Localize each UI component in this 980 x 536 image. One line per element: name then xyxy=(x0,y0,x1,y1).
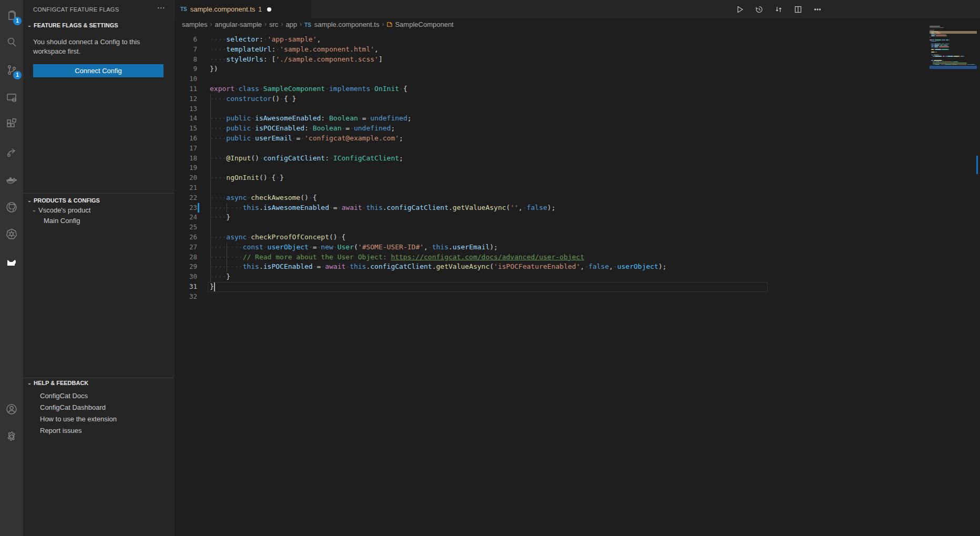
minimap[interactable] xyxy=(930,26,977,72)
split-editor-icon[interactable] xyxy=(791,2,805,17)
code-line-14[interactable]: 14····public·isAwesomeEnabled:·Boolean·=… xyxy=(174,114,980,124)
code-line-6[interactable]: 6····selector:·'app-sample', xyxy=(174,35,980,45)
section-help-feedback[interactable]: ⌄ HELP & FEEDBACK xyxy=(23,377,173,389)
code-line-25[interactable]: 25 xyxy=(174,223,980,232)
breadcrumb-segment[interactable]: src xyxy=(269,21,278,28)
code-line-9[interactable]: 9}) xyxy=(174,64,980,74)
line-number[interactable]: 11 xyxy=(174,84,197,94)
code-line-31[interactable]: 31} xyxy=(174,282,980,292)
code-line-content: ····async·checkAwesome()·{ xyxy=(210,193,317,203)
code-line-17[interactable]: 17 xyxy=(174,144,980,154)
settings-gear-icon[interactable] xyxy=(0,425,23,448)
sidebar-more-actions[interactable]: ⋯ xyxy=(155,3,168,15)
tree-item-main-config[interactable]: Main Config xyxy=(23,215,173,226)
help-item-configcat-dashboard[interactable]: ConfigCat Dashboard xyxy=(23,402,173,413)
line-number[interactable]: 8 xyxy=(174,55,197,65)
more-actions-icon[interactable] xyxy=(810,2,825,17)
line-number[interactable]: 7 xyxy=(174,45,197,55)
tree-item-vscode-s-product[interactable]: ⌄Vscode's product xyxy=(23,205,173,216)
code-line-8[interactable]: 8····styleUrls:·['./sample.component.scs… xyxy=(174,55,980,65)
code-line-content: ····ngOnInit()·{·} xyxy=(210,173,284,183)
code-line-13[interactable]: 13 xyxy=(174,104,980,114)
line-number[interactable]: 14 xyxy=(174,114,197,124)
code-line-16[interactable]: 16····public·userEmail·=·'configcat@exam… xyxy=(174,134,980,144)
line-number[interactable]: 17 xyxy=(174,144,197,154)
breadcrumb-segment[interactable]: angular-sample xyxy=(215,21,262,28)
line-number[interactable]: 20 xyxy=(174,173,197,183)
typescript-file-icon: TS xyxy=(180,6,187,12)
help-item-how-to-use-the-extension[interactable]: How to use the extension xyxy=(23,413,173,424)
github-icon[interactable] xyxy=(0,196,23,219)
line-number[interactable]: 15 xyxy=(174,124,197,134)
line-number[interactable]: 6 xyxy=(174,35,197,45)
code-line-18[interactable]: 18····@Input()·configCatClient:·IConfigC… xyxy=(174,154,980,164)
extensions-icon[interactable] xyxy=(0,113,23,136)
code-line-20[interactable]: 20····ngOnInit()·{·} xyxy=(174,173,980,183)
line-number[interactable]: 12 xyxy=(174,94,197,104)
breadcrumb-segment[interactable]: samples xyxy=(182,21,207,28)
section-feature-flags[interactable]: ⌄ FEATURE FLAGS & SETTINGS xyxy=(23,19,173,31)
connect-config-button[interactable]: Connect Config xyxy=(33,64,164,77)
code-line-10[interactable]: 10 xyxy=(174,74,980,84)
source-control-icon[interactable]: 1 xyxy=(0,58,23,82)
code-line-21[interactable]: 21 xyxy=(174,183,980,193)
line-number[interactable]: 10 xyxy=(174,74,197,84)
code-line-29[interactable]: 29········this.isPOCEnabled·=·await·this… xyxy=(174,262,980,272)
code-line-30[interactable]: 30····} xyxy=(174,272,980,282)
overview-ruler-modified-mark[interactable] xyxy=(976,156,978,174)
code-line-11[interactable]: 11export·class·SampleComponent·implement… xyxy=(174,84,980,94)
share-icon[interactable] xyxy=(0,141,23,164)
breadcrumb-segment[interactable]: app xyxy=(285,21,297,28)
kubernetes-icon[interactable] xyxy=(0,223,23,246)
configcat-icon[interactable] xyxy=(0,250,23,274)
breadcrumb-segment[interactable]: TSsample.component.ts xyxy=(304,21,379,28)
code-line-27[interactable]: 27········const·userObject·=·new·User('#… xyxy=(174,242,980,252)
line-number[interactable]: 25 xyxy=(174,223,197,232)
code-line-32[interactable]: 32 xyxy=(174,292,980,302)
minimap-line xyxy=(941,62,942,63)
code-line-26[interactable]: 26····async·checkProofOfConcept()·{ xyxy=(174,232,980,242)
help-item-configcat-docs[interactable]: ConfigCat Docs xyxy=(23,390,173,401)
compare-changes-icon[interactable] xyxy=(771,2,786,17)
minimap-line xyxy=(954,62,957,63)
help-item-report-issues[interactable]: Report issues xyxy=(23,425,173,436)
line-number[interactable]: 28 xyxy=(174,252,197,262)
line-number[interactable]: 31 xyxy=(174,282,197,292)
explorer-icon[interactable]: 1 xyxy=(0,4,23,27)
code-line-content: ····templateUrl:·'sample.component.html'… xyxy=(210,45,379,55)
line-number[interactable]: 23 xyxy=(174,203,197,213)
line-number[interactable]: 13 xyxy=(174,104,197,114)
dirty-indicator-dot[interactable] xyxy=(267,7,271,12)
line-number[interactable]: 21 xyxy=(174,183,197,193)
code-line-7[interactable]: 7····templateUrl:·'sample.component.html… xyxy=(174,45,980,55)
timeline-icon[interactable] xyxy=(752,2,767,17)
line-number[interactable]: 26 xyxy=(174,232,197,242)
code-line-12[interactable]: 12····constructor()·{·} xyxy=(174,94,980,104)
line-number[interactable]: 27 xyxy=(174,242,197,252)
code-line-28[interactable]: 28········// Read more about the User Ob… xyxy=(174,252,980,262)
minimap-line xyxy=(939,46,948,47)
minimap-line xyxy=(935,35,935,36)
code-line-19[interactable]: 19 xyxy=(174,163,980,173)
search-icon[interactable] xyxy=(0,31,23,54)
line-number[interactable]: 30 xyxy=(174,272,197,282)
line-number[interactable]: 19 xyxy=(174,163,197,173)
line-number[interactable]: 9 xyxy=(174,64,197,74)
line-number[interactable]: 22 xyxy=(174,193,197,203)
accounts-icon[interactable] xyxy=(0,398,23,421)
code-line-24[interactable]: 24····} xyxy=(174,213,980,223)
line-number[interactable]: 18 xyxy=(174,154,197,164)
line-number[interactable]: 32 xyxy=(174,292,197,302)
line-number[interactable]: 16 xyxy=(174,134,197,144)
line-number[interactable]: 29 xyxy=(174,262,197,272)
run-button[interactable] xyxy=(732,2,747,17)
remote-explorer-icon[interactable] xyxy=(0,86,23,109)
docker-icon[interactable] xyxy=(0,169,23,192)
code-line-15[interactable]: 15····public·isPOCEnabled:·Boolean·=·und… xyxy=(174,124,980,134)
code-line-23[interactable]: 23········this.isAwesomeEnabled·=·await·… xyxy=(174,203,980,213)
tab-sample-component[interactable]: TS sample.component.ts 1 xyxy=(175,0,311,18)
code-line-22[interactable]: 22····async·checkAwesome()·{ xyxy=(174,193,980,203)
breadcrumb-segment[interactable]: SampleComponent xyxy=(386,21,453,28)
line-number[interactable]: 24 xyxy=(174,213,197,223)
code-editor[interactable]: 6····selector:·'app-sample',7····templat… xyxy=(174,30,980,536)
